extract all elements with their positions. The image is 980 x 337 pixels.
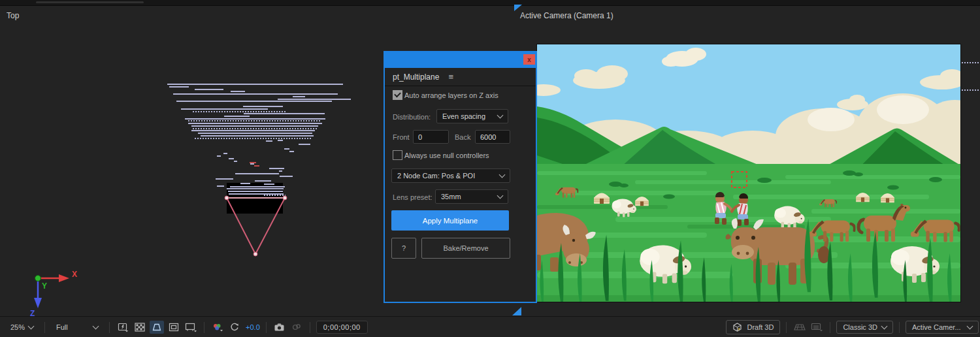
layer-wireframe-line [193, 128, 317, 129]
layer-wireframe-line [278, 99, 351, 100]
layer-wireframe-line [255, 180, 271, 182]
layer-wireframe-line [278, 140, 283, 141]
y-axis-label: Y [42, 281, 47, 291]
null-controllers-label: Always use null controllers [404, 152, 489, 159]
layer-wireframe-line [284, 148, 289, 150]
layer-wireframe-line [224, 116, 250, 117]
layer-wireframe-line [198, 133, 312, 134]
after-effects-composition-panel: Top Active Camera (Camera 1) X Y Z [0, 0, 980, 337]
region-of-interest-button[interactable] [167, 321, 181, 334]
close-button[interactable]: x [523, 54, 535, 65]
top-view-label: Top [7, 11, 19, 20]
take-snapshot-button[interactable] [272, 321, 287, 334]
extended-viewer-icon[interactable] [809, 321, 824, 334]
layer-wireframe-line [269, 168, 284, 169]
x-axis-arrow [59, 274, 69, 282]
layer-wireframe-line [191, 125, 318, 127]
timecode-display[interactable]: 0;00;00;00 [316, 321, 368, 334]
layer-wireframe-line [254, 165, 259, 167]
3d-axis-gizmo: X Y Z [24, 264, 80, 320]
layer-wireframe-line [244, 113, 325, 114]
active-camera-view-label: Active Camera (Camera 1) [520, 11, 613, 20]
layer-wireframe-line [195, 89, 223, 90]
renderer-dropdown[interactable]: Classic 3D [836, 321, 893, 334]
layer-wireframe-line [962, 62, 980, 63]
layer-wireframe-line [289, 151, 294, 152]
chevron-down-icon [967, 323, 973, 330]
layer-wireframe-line [217, 185, 224, 187]
fast-previews-button[interactable] [116, 321, 130, 334]
layer-wireframe-line [280, 176, 293, 177]
apply-multiplane-button[interactable]: Apply Multiplane [391, 210, 509, 231]
active-view-marker-bottom [512, 307, 521, 315]
bake-remove-button[interactable]: Bake/Remove [421, 238, 510, 259]
show-snapshot-button[interactable] [289, 321, 304, 334]
auto-arrange-checkbox[interactable] [393, 90, 402, 100]
layer-wireframe-line [240, 183, 250, 184]
panel-menu-icon[interactable]: ≡ [448, 72, 453, 82]
layer-wireframe-line [279, 170, 282, 172]
axis-origin [35, 276, 41, 281]
layer-wireframe-line [228, 191, 283, 192]
front-input[interactable]: 0 [413, 130, 449, 144]
panel-drag-groove [36, 1, 144, 3]
exposure-value[interactable]: +0.0 [246, 323, 260, 331]
chevron-down-icon [499, 172, 506, 178]
layer-wireframe-line [216, 178, 233, 180]
layer-wireframe-line [230, 186, 285, 187]
layer-wireframe-line [173, 93, 338, 95]
back-label: Back [455, 133, 470, 141]
layer-wireframe-line [235, 173, 279, 174]
chevron-down-icon [497, 193, 504, 199]
show-channel-button[interactable] [210, 321, 225, 334]
layer-wireframe-line [234, 161, 237, 162]
layer-wireframe-line [229, 158, 234, 159]
view-layout-dropdown[interactable]: Active Camer... [906, 321, 979, 334]
layer-wireframe-line [243, 106, 283, 107]
layer-wireframe-line [250, 163, 254, 165]
layer-wireframe-line [227, 188, 284, 189]
z-axis-arrow [34, 298, 42, 308]
pasture-illustration [537, 44, 960, 302]
layer-wireframe-line [167, 84, 343, 85]
layer-wireframe-line [188, 120, 321, 121]
pt-multiplane-panel: x pt_Multiplane ≡ Auto arrange layers on… [384, 51, 537, 303]
layer-wireframe-line [185, 118, 325, 120]
reset-exposure-button[interactable] [227, 321, 242, 334]
camera-type-dropdown[interactable]: 2 Node Cam: Pos & POI [391, 168, 510, 183]
resolution-dropdown[interactable]: Full [51, 321, 103, 333]
auto-arrange-label: Auto arrange layers on Z axis [404, 91, 498, 99]
magnification-dropdown[interactable]: 25% [5, 321, 39, 333]
layer-wireframe-line [223, 153, 227, 154]
composition-view[interactable] [537, 44, 960, 302]
transparency-grid-button[interactable] [133, 321, 147, 334]
chevron-down-icon [28, 323, 35, 330]
mask-visibility-button[interactable] [150, 321, 164, 334]
layer-wireframe-line [195, 138, 312, 139]
draft-3d-button[interactable]: Draft 3D [726, 320, 780, 334]
lens-preset-dropdown[interactable]: 35mm [435, 189, 508, 204]
front-label: Front [393, 133, 410, 141]
help-button[interactable]: ? [391, 238, 416, 259]
panel-titlebar[interactable]: x [384, 51, 537, 68]
layer-wireframe-line [169, 86, 189, 88]
ground-plane-icon[interactable] [792, 321, 807, 334]
panel-title: pt_Multiplane [393, 72, 439, 82]
layer-wireframe-line [193, 111, 286, 112]
back-input[interactable]: 6000 [475, 130, 510, 144]
layer-wireframe-line [201, 135, 314, 136]
layer-wireframe-line [231, 91, 245, 92]
draft-3d-icon [732, 323, 742, 332]
camera-frustum[interactable] [222, 193, 290, 259]
distribution-label: Distribution: [393, 113, 431, 121]
layer-wireframe-line [191, 130, 315, 131]
layer-wireframe-line [299, 144, 310, 145]
composition-toolbar: 25% Full [0, 316, 980, 337]
layer-wireframe-line [264, 184, 274, 185]
layer-wireframe-line [266, 140, 272, 142]
distribution-dropdown[interactable]: Even spacing [436, 109, 508, 123]
grid-guides-button[interactable] [184, 321, 198, 334]
null-controllers-checkbox[interactable] [393, 150, 402, 160]
layer-wireframe-line [188, 123, 322, 124]
layer-wireframe-line [181, 108, 268, 110]
